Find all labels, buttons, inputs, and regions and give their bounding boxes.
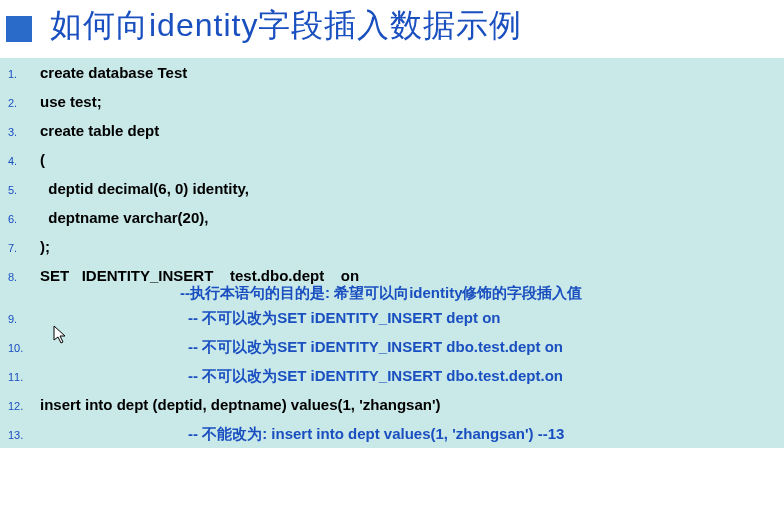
line-number: 8. [8, 271, 40, 283]
title-marker-icon [6, 16, 32, 42]
line-number: 11. [8, 371, 40, 383]
code-text: create database Test [40, 64, 187, 81]
code-text: use test; [40, 93, 102, 110]
line-number: 1. [8, 68, 40, 80]
code-text: SET IDENTITY_INSERT test.dbo.dept on [40, 267, 359, 284]
code-text: insert into dept (deptid, deptname) valu… [40, 396, 441, 413]
line-number: 4. [8, 155, 40, 167]
comment-line: 13. -- 不能改为: insert into dept values(1, … [0, 425, 784, 444]
code-text: ( [40, 151, 45, 168]
code-line: 12. insert into dept (deptid, deptname) … [0, 396, 784, 413]
code-text: deptid decimal(6, 0) identity, [40, 180, 249, 197]
code-text: create table dept [40, 122, 159, 139]
code-line: 6. deptname varchar(20), [0, 209, 784, 226]
line-number: 7. [8, 242, 40, 254]
comment-text: -- 不可以改为SET iDENTITY_INSERT dbo.test.dep… [40, 367, 563, 386]
comment-text: -- 不能改为: insert into dept values(1, 'zha… [40, 425, 564, 444]
line-number: 5. [8, 184, 40, 196]
code-text: deptname varchar(20), [40, 209, 208, 226]
comment-line: 9. -- 不可以改为SET iDENTITY_INSERT dept on [0, 309, 784, 328]
line-number: 3. [8, 126, 40, 138]
code-line: 1. create database Test [0, 64, 784, 81]
line-number: 2. [8, 97, 40, 109]
code-line: 2. use test; [0, 93, 784, 110]
code-line: 3. create table dept [0, 122, 784, 139]
line-number: 10. [8, 342, 40, 354]
code-line: 4. ( [0, 151, 784, 168]
code-text: ); [40, 238, 50, 255]
line-number: 13. [8, 429, 40, 441]
comment-line: 10. -- 不可以改为SET iDENTITY_INSERT dbo.test… [0, 338, 784, 357]
code-line: 7. ); [0, 238, 784, 255]
comment-line: --执行本语句的目的是: 希望可以向identity修饰的字段插入值 [0, 284, 784, 303]
code-block: 1. create database Test 2. use test; 3. … [0, 58, 784, 448]
line-number: 6. [8, 213, 40, 225]
line-number: 12. [8, 400, 40, 412]
comment-text: -- 不可以改为SET iDENTITY_INSERT dept on [40, 309, 501, 328]
code-line: 8. SET IDENTITY_INSERT test.dbo.dept on [0, 267, 784, 284]
comment-text: -- 不可以改为SET iDENTITY_INSERT dbo.test.dep… [40, 338, 563, 357]
title-bar: 如何向identity字段插入数据示例 [0, 0, 784, 58]
comment-line: 11. -- 不可以改为SET iDENTITY_INSERT dbo.test… [0, 367, 784, 386]
line-number: 9. [8, 313, 40, 325]
code-line: 5. deptid decimal(6, 0) identity, [0, 180, 784, 197]
comment-text: --执行本语句的目的是: 希望可以向identity修饰的字段插入值 [180, 284, 583, 303]
page-title: 如何向identity字段插入数据示例 [50, 4, 522, 48]
